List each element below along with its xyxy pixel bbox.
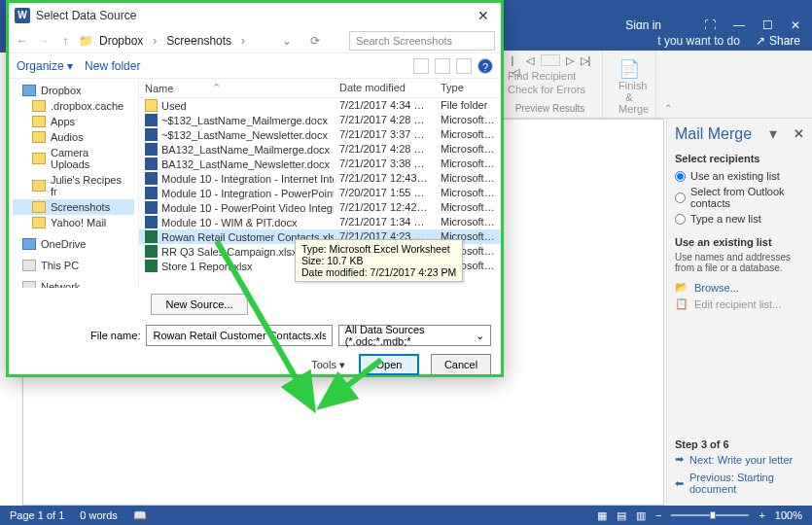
word-icon	[145, 201, 158, 214]
select-recipients-heading: Select recipients	[675, 153, 804, 164]
filename-input[interactable]	[146, 325, 332, 346]
tree-item[interactable]: Apps	[13, 114, 134, 129]
refresh-icon[interactable]: ⟳	[305, 34, 325, 48]
file-row[interactable]: Module 10 - PowerPoint Video Integratio.…	[139, 200, 501, 215]
word-icon	[145, 158, 158, 170]
word-icon	[145, 216, 158, 228]
filename-label: File name:	[18, 330, 140, 341]
view-icons-button[interactable]	[413, 58, 429, 74]
radio-type-new-list[interactable]: Type a new list	[675, 211, 804, 227]
arrow-left-icon: ⬅	[675, 477, 684, 490]
use-existing-description: Use names and addresses from a file or a…	[675, 252, 804, 273]
word-icon	[145, 172, 158, 185]
ribbon-collapse-icon[interactable]: ⌃	[664, 103, 666, 114]
next-record-icon[interactable]: ▷	[566, 54, 575, 63]
crumb-screenshots[interactable]: Screenshots	[166, 34, 231, 48]
nav-fwd-icon: →	[36, 34, 52, 48]
folder-open-icon: 📂	[675, 281, 688, 294]
file-row[interactable]: BA132_LastName_Mailmerge.docx7/21/2017 4…	[139, 142, 501, 157]
edit-recipient-list-link: 📋Edit recipient list...	[675, 296, 804, 312]
zoom-in-icon[interactable]: +	[759, 509, 764, 521]
zoom-slider[interactable]	[671, 514, 749, 516]
folder-icon	[145, 99, 158, 112]
last-record-icon[interactable]: ▷|	[581, 54, 589, 63]
find-recipient-button: Find Recipient	[506, 69, 594, 83]
tools-menu[interactable]: Tools ▾	[311, 359, 345, 371]
dialog-title: Select Data Source	[36, 9, 136, 22]
share-button[interactable]: ↗ Share	[756, 34, 800, 48]
file-tooltip: Type: Microsoft Excel Worksheet Size: 10…	[295, 239, 463, 282]
select-data-source-dialog: W Select Data Source ✕ ← → ↑ 📁 Dropbox S…	[6, 0, 504, 377]
open-button[interactable]: Open	[359, 354, 419, 375]
tree-item[interactable]: Julie's Recipes fr	[13, 172, 134, 199]
cancel-button[interactable]: Cancel	[431, 354, 491, 375]
ribbon-mailings-section: |◁ ◁ ▷ ▷| Find Recipient Check for Error…	[498, 51, 812, 119]
tree-item[interactable]: Camera Uploads	[13, 145, 134, 172]
nav-up-icon[interactable]: ↑	[57, 34, 73, 48]
dialog-close-icon[interactable]: ✕	[472, 8, 495, 23]
file-row[interactable]: Used7/21/2017 4:34 PMFile folder	[139, 98, 501, 113]
crumb-dropdown-icon[interactable]: ⌄	[274, 34, 300, 48]
prev-record-icon[interactable]: ◁	[526, 54, 535, 63]
preview-pane-button[interactable]	[456, 58, 472, 74]
new-folder-button[interactable]: New folder	[85, 59, 140, 73]
radio-existing-list[interactable]: Use an existing list	[675, 168, 804, 184]
arrow-right-icon: ➡	[675, 453, 684, 466]
status-bar: Page 1 of 1 0 words 📖 ▦ ▤ ▥ − + 100%	[0, 506, 812, 525]
view-print-icon[interactable]: ▤	[617, 509, 626, 522]
file-type-combo[interactable]: All Data Sources (*.odc;*.mdb;*⌄	[338, 325, 491, 346]
view-web-icon[interactable]: ▥	[636, 509, 646, 522]
word-icon	[145, 114, 158, 126]
finish-merge-button[interactable]: 📄 Finish & Merge	[611, 54, 648, 119]
new-source-button[interactable]: New Source...	[151, 294, 248, 315]
col-type-header[interactable]: Type	[435, 82, 501, 94]
file-row[interactable]: BA132_LastName_Newsletter.docx7/21/2017 …	[139, 157, 501, 171]
file-row[interactable]: Module 10 - Integration - PowerPoint.doc…	[139, 186, 501, 200]
zoom-percent[interactable]: 100%	[775, 509, 802, 521]
mail-merge-title: Mail Merge	[675, 125, 752, 143]
record-number-input[interactable]	[541, 54, 560, 66]
word-icon	[145, 143, 158, 156]
view-list-button[interactable]	[435, 58, 450, 74]
file-row[interactable]: ~$132_LastName_Mailmerge.docx7/21/2017 4…	[139, 113, 501, 127]
prev-step-link[interactable]: ⬅Previous: Starting document	[675, 469, 804, 498]
nav-back-icon[interactable]: ←	[15, 34, 30, 48]
tree-item[interactable]: Audios	[13, 129, 134, 145]
tree-item[interactable]: Yahoo! Mail	[13, 215, 134, 230]
use-existing-heading: Use an existing list	[675, 236, 804, 248]
next-step-link[interactable]: ➡Next: Write your letter	[675, 450, 804, 469]
col-name-header[interactable]: Name	[145, 83, 173, 94]
folder-tree[interactable]: Dropbox .dropbox.cache Apps Audios Camer…	[9, 79, 139, 288]
tree-item[interactable]: .dropbox.cache	[13, 98, 134, 114]
file-list[interactable]: Name ⌃ Date modified Type Used7/21/2017 …	[139, 79, 501, 288]
search-input[interactable]: Search Screenshots	[349, 31, 495, 51]
preview-results-label: Preview Results	[506, 101, 594, 114]
word-count[interactable]: 0 words	[80, 509, 118, 521]
proofing-icon[interactable]: 📖	[133, 509, 147, 522]
file-row[interactable]: Module 10 - WIM & PIT.docx7/21/2017 1:34…	[139, 215, 501, 229]
word-icon	[145, 187, 158, 199]
tree-onedrive[interactable]: OneDrive	[13, 236, 134, 252]
col-date-header[interactable]: Date modified	[334, 82, 435, 94]
view-read-icon[interactable]: ▦	[597, 509, 607, 522]
crumb-dropbox[interactable]: Dropbox	[99, 34, 143, 48]
first-record-icon[interactable]: |◁	[512, 54, 520, 63]
tree-screenshots[interactable]: Screenshots	[13, 199, 134, 215]
tree-dropbox[interactable]: Dropbox	[13, 83, 134, 98]
word-app-icon: W	[15, 8, 30, 23]
browse-link[interactable]: 📂Browse...	[675, 279, 804, 296]
tree-network[interactable]: Network	[13, 279, 134, 288]
organize-menu[interactable]: Organize ▾	[17, 59, 73, 73]
file-row[interactable]: Module 10 - Integration - Internet Integ…	[139, 171, 501, 186]
file-row[interactable]: ~$132_LastName_Newsletter.docx7/21/2017 …	[139, 127, 501, 142]
mail-merge-pane: Mail Merge ▾ ✕ Select recipients Use an …	[666, 119, 812, 506]
radio-outlook-contacts[interactable]: Select from Outlook contacts	[675, 184, 804, 211]
page-indicator[interactable]: Page 1 of 1	[10, 509, 64, 521]
check-errors-button: Check for Errors	[506, 83, 594, 96]
tell-me-text[interactable]: t you want to do	[657, 34, 740, 48]
tree-this-pc[interactable]: This PC	[13, 258, 134, 273]
pane-close-icon[interactable]: ✕	[794, 126, 804, 141]
excel-icon	[145, 260, 158, 272]
zoom-out-icon[interactable]: −	[655, 509, 661, 521]
help-icon[interactable]: ?	[477, 58, 493, 74]
